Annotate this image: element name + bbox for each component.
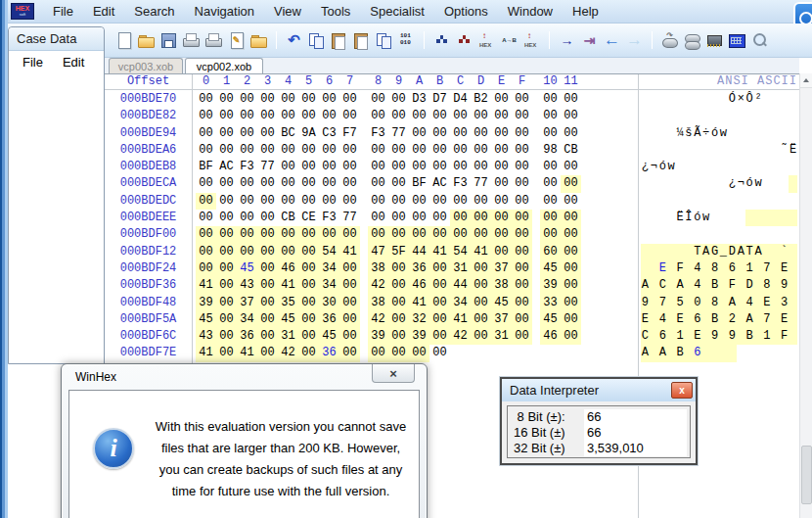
ascii-cell[interactable] [719,210,728,226]
ascii-cell[interactable] [667,210,676,226]
ascii-cell[interactable] [684,277,693,294]
ascii-cell[interactable]: E [658,260,667,277]
ascii-cell[interactable] [667,345,676,361]
byte-cell[interactable]: 00 [471,328,491,345]
ascii-cell[interactable] [780,91,789,108]
goto-offset-icon[interactable]: → [558,31,576,49]
ascii-cell[interactable] [667,295,676,311]
ascii-cell[interactable] [728,125,737,142]
ascii-cell[interactable] [737,328,745,345]
byte-cell[interactable]: 00 [429,260,450,277]
copy-icon[interactable] [307,31,326,49]
byte-cell[interactable]: 00 [471,260,491,277]
byte-cell[interactable]: D7 [429,91,450,108]
byte-cell[interactable]: 77 [339,210,360,226]
byte-cell[interactable]: 42 [368,277,388,294]
ascii-cell[interactable] [789,260,797,277]
byte-cell[interactable]: 00 [216,108,237,124]
ascii-cell[interactable]: 7 [762,311,771,328]
ascii-cell[interactable]: E [780,260,789,277]
byte-cell[interactable]: 77 [257,159,278,175]
ascii-cell[interactable] [719,277,728,294]
byte-cell[interactable]: 36 [409,260,429,277]
ascii-cell[interactable] [737,345,745,361]
ascii-cell[interactable] [641,175,650,192]
byte-cell[interactable]: 00 [471,193,491,210]
byte-cell[interactable]: 00 [540,159,561,175]
byte-cell[interactable]: 00 [561,91,581,108]
byte-cell[interactable]: 00 [257,328,278,345]
byte-cell[interactable]: 00 [298,260,319,277]
ascii-cell[interactable]: Ã [693,125,701,142]
byte-cell[interactable]: 00 [388,277,409,294]
byte-cell[interactable]: 00 [540,210,561,226]
ascii-cell[interactable] [684,260,693,277]
menu-navigation[interactable]: Navigation [185,1,264,22]
find-text-icon[interactable] [432,31,451,49]
ascii-cell[interactable] [771,295,780,311]
clipboard-icon[interactable] [352,31,371,49]
byte-cell[interactable]: 00 [512,226,532,243]
byte-cell[interactable]: 41 [409,295,429,311]
tab-vcp002.xob[interactable]: vcp002.xob [185,58,263,73]
byte-cell[interactable]: 00 [512,210,532,226]
byte-cell[interactable]: 00 [429,328,450,345]
byte-cell[interactable]: 00 [298,159,319,175]
ascii-cell[interactable] [771,125,780,142]
ascii-cell[interactable]: A [641,277,650,294]
ascii-cell[interactable] [754,328,763,345]
ascii-cell[interactable] [762,91,771,108]
ascii-cell[interactable]: 8 [762,277,771,294]
ascii-cell[interactable]: 9 [641,295,650,311]
ascii-cell[interactable] [737,277,745,294]
byte-cell[interactable]: 00 [237,91,257,108]
byte-cell[interactable]: 00 [471,142,491,159]
ascii-cell[interactable] [789,125,797,142]
ascii-cell[interactable]: ² [754,91,763,108]
ascii-cell[interactable] [676,159,685,175]
byte-cell[interactable]: 41 [196,277,216,294]
byte-cell[interactable]: 37 [491,260,512,277]
byte-cell[interactable]: 39 [196,295,216,311]
ascii-cell[interactable] [737,142,745,159]
tab-vcp003.xob[interactable]: vcp003.xob [109,58,183,73]
ascii-cell[interactable]: 6 [658,328,667,345]
byte-cell[interactable]: F7 [339,125,360,142]
ascii-cell[interactable] [754,295,763,311]
ascii-cell[interactable]: E [762,295,771,311]
byte-cell[interactable]: F3 [450,175,471,192]
ascii-cell[interactable]: A [745,311,754,328]
byte-cell[interactable]: 00 [298,193,319,210]
ascii-cell[interactable]: 3 [780,295,789,311]
byte-cell[interactable]: 00 [491,159,512,175]
ascii-cell[interactable]: E [676,311,685,328]
byte-cell[interactable]: BF [409,175,429,192]
byte-cell[interactable]: 34 [450,295,471,311]
byte-cell[interactable]: 00 [339,193,360,210]
byte-cell[interactable]: 00 [368,226,388,243]
ascii-cell[interactable] [745,210,754,226]
byte-cell[interactable]: 00 [512,311,532,328]
byte-cell[interactable]: 00 [561,311,581,328]
byte-cell[interactable]: 00 [339,345,360,361]
ascii-cell[interactable] [719,91,728,108]
byte-cell[interactable]: 00 [429,345,450,361]
byte-cell[interactable]: 00 [409,210,429,226]
byte-cell[interactable]: 30 [319,295,339,311]
ascii-cell[interactable] [771,277,780,294]
scroll-up-button[interactable] [800,73,812,88]
byte-cell[interactable]: 45 [540,260,561,277]
byte-cell[interactable]: 00 [278,193,298,210]
byte-cell[interactable]: 00 [471,295,491,311]
ascii-cell[interactable] [754,125,763,142]
byte-cell[interactable]: 31 [491,328,512,345]
ascii-cell[interactable] [728,210,737,226]
byte-cell[interactable]: 00 [409,142,429,159]
ascii-cell[interactable] [762,125,771,142]
byte-cell[interactable]: 00 [561,226,581,243]
ascii-cell[interactable] [771,175,780,192]
ascii-cell[interactable] [719,175,728,192]
open-disk-icon[interactable]: ↷ [660,31,679,49]
byte-cell[interactable]: 00 [368,345,388,361]
ascii-cell[interactable] [754,260,763,277]
